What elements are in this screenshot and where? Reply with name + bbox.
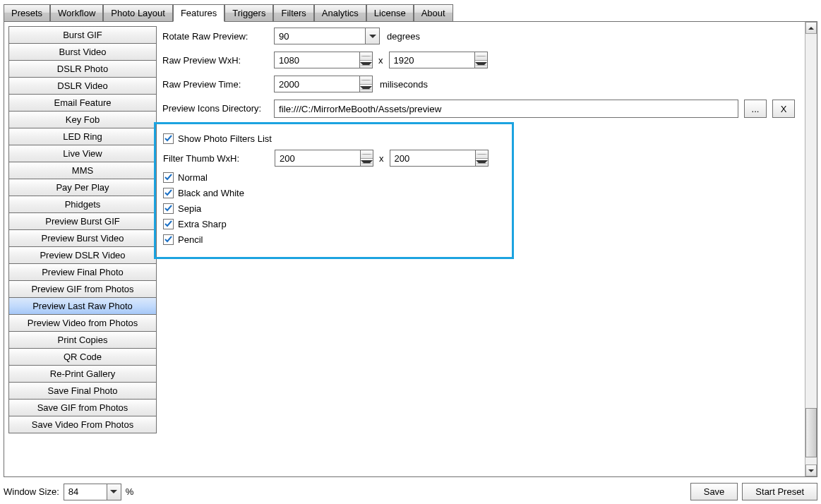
sidebar-item-print-copies[interactable]: Print Copies [8,331,157,349]
thumb-h-spinner[interactable]: 200 [390,150,489,167]
filters-highlight-box: Show Photo Filters List Filter Thumb WxH… [154,122,514,259]
chevron-down-icon[interactable] [365,28,379,44]
show-filters-label: Show Photo Filters List [178,133,272,144]
raw-h-spinner[interactable]: 1920 [389,52,488,68]
tab-filters[interactable]: Filters [273,4,313,22]
x-separator: x [379,153,384,164]
tab-analytics[interactable]: Analytics [314,4,366,22]
raw-time-spinner[interactable]: 2000 [274,76,373,92]
tab-photo-layout[interactable]: Photo Layout [103,4,173,22]
x-separator: x [378,55,383,66]
thumb-w-spinner[interactable]: 200 [275,150,373,167]
sidebar-item-pay-per-play[interactable]: Pay Per Play [8,179,157,196]
filter-label: Pencil [178,234,203,245]
rotate-value: 90 [275,31,365,42]
features-panel: Burst GIFBurst VideoDSLR PhotoDSLR Video… [4,21,817,477]
tab-license[interactable]: License [366,4,414,22]
window-size-select[interactable]: 84 [64,484,121,500]
sidebar-item-led-ring[interactable]: LED Ring [8,128,157,145]
rotate-label: Rotate Raw Preview: [162,31,274,42]
filter-checkbox-pencil[interactable] [163,234,174,245]
start-preset-button[interactable]: Start Preset [742,483,817,500]
filter-label: Extra Sharp [178,219,227,229]
feature-content: Rotate Raw Preview: 90 degrees Raw Previ… [157,26,801,472]
sidebar-item-preview-video-from-photos[interactable]: Preview Video from Photos [8,314,157,332]
clear-button[interactable]: X [772,100,795,118]
footer: Window Size: 84 % Save Start Preset [4,477,817,500]
sidebar-item-preview-burst-gif[interactable]: Preview Burst GIF [8,212,157,230]
tab-presets[interactable]: Presets [4,4,50,22]
wxh-label: Raw Preview WxH: [162,55,274,66]
tab-features[interactable]: Features [173,4,224,22]
filter-label: Black and White [178,188,244,198]
scroll-thumb[interactable] [805,408,817,457]
sidebar-item-save-final-photo[interactable]: Save Final Photo [8,382,157,400]
rotate-select[interactable]: 90 [274,28,380,44]
rotate-suffix: degrees [387,31,420,42]
sidebar-item-preview-final-photo[interactable]: Preview Final Photo [8,263,157,281]
feature-sidebar: Burst GIFBurst VideoDSLR PhotoDSLR Video… [8,26,157,472]
scroll-track[interactable] [805,34,817,464]
sidebar-item-dslr-video[interactable]: DSLR Video [8,77,157,95]
show-filters-checkbox[interactable] [163,133,174,144]
sidebar-item-phidgets[interactable]: Phidgets [8,196,157,213]
sidebar-item-email-feature[interactable]: Email Feature [8,94,157,112]
window-size-suffix: % [126,486,134,497]
filter-label: Normal [178,172,208,183]
tab-workflow[interactable]: Workflow [50,4,103,22]
chevron-down-icon[interactable] [107,484,121,500]
sidebar-item-key-fob[interactable]: Key Fob [8,111,157,128]
vertical-scrollbar[interactable] [805,22,817,476]
icons-label: Preview Icons Directory: [162,103,274,114]
sidebar-item-preview-burst-video[interactable]: Preview Burst Video [8,229,157,247]
sidebar-item-dslr-photo[interactable]: DSLR Photo [8,60,157,78]
filter-checkbox-extra-sharp[interactable] [163,219,174,229]
filter-label: Sepia [178,203,201,214]
tabbar: PresetsWorkflowPhoto LayoutFeaturesTrigg… [4,4,817,21]
filter-checkbox-normal[interactable] [163,172,174,183]
save-button[interactable]: Save [690,483,738,500]
sidebar-item-burst-gif[interactable]: Burst GIF [8,26,157,44]
browse-button[interactable]: ... [744,100,767,118]
raw-w-spinner[interactable]: 1080 [274,52,373,68]
tab-triggers[interactable]: Triggers [224,4,273,22]
sidebar-item-qr-code[interactable]: QR Code [8,348,157,366]
thumb-label: Filter Thumb WxH: [163,153,275,164]
sidebar-item-save-gif-from-photos[interactable]: Save GIF from Photos [8,399,157,416]
time-label: Raw Preview Time: [162,79,274,90]
scroll-down-icon[interactable] [805,464,817,476]
time-suffix: miliseconds [380,79,428,90]
sidebar-item-preview-last-raw-photo[interactable]: Preview Last Raw Photo [8,297,157,315]
filter-checkbox-black-and-white[interactable] [163,188,174,198]
filter-checkbox-sepia[interactable] [163,203,174,214]
sidebar-item-preview-gif-from-photos[interactable]: Preview GIF from Photos [8,280,157,298]
tab-about[interactable]: About [414,4,453,22]
icons-path-input[interactable] [274,100,738,118]
sidebar-item-preview-dslr-video[interactable]: Preview DSLR Video [8,246,157,264]
sidebar-item-re-print-gallery[interactable]: Re-Print Gallery [8,365,157,383]
sidebar-item-mms[interactable]: MMS [8,162,157,179]
sidebar-item-save-video-from-photos[interactable]: Save Video From Photos [8,416,157,433]
scroll-up-icon[interactable] [805,22,817,34]
sidebar-item-burst-video[interactable]: Burst Video [8,43,157,61]
window-size-label: Window Size: [4,486,59,497]
sidebar-item-live-view[interactable]: Live View [8,145,157,162]
